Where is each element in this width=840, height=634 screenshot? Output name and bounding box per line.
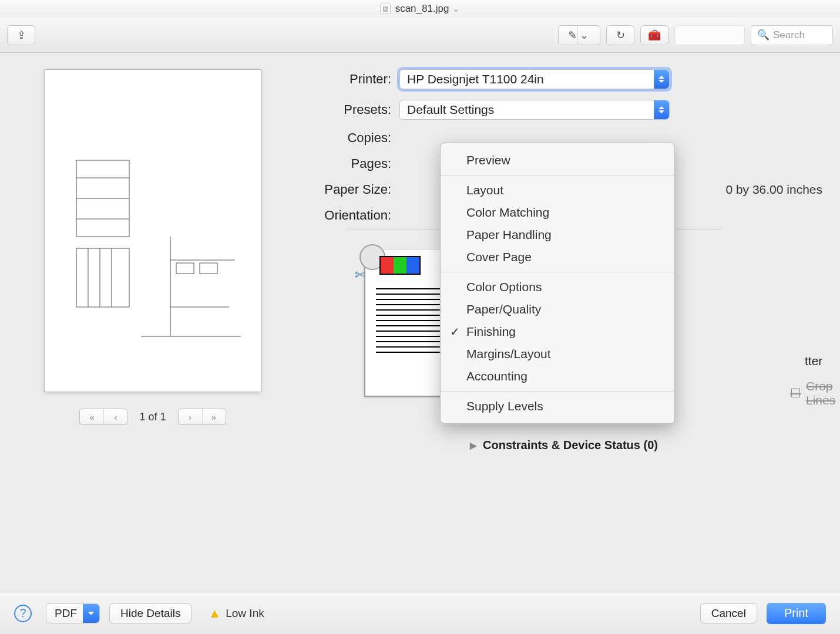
select-stepper-icon [654, 70, 669, 89]
app-toolbar: ⇪ ✎ ⌄ ↻ 🧰 🔍 Search [0, 18, 840, 53]
scissors-icon: ✄ [355, 268, 365, 282]
menu-item-preview[interactable]: Preview [441, 149, 674, 171]
select-stepper-icon [654, 100, 669, 119]
crop-lines-checkbox[interactable]: ☐ Crop Lines [790, 379, 835, 407]
hide-details-button[interactable]: Hide Details [109, 603, 191, 623]
menu-item-layout[interactable]: Layout [441, 179, 674, 201]
rotate-button[interactable]: ↻ [606, 25, 634, 45]
pencil-icon: ✎ [568, 29, 577, 42]
search-field[interactable]: 🔍 Search [751, 25, 833, 45]
cutter-option-fragment: tter [805, 354, 822, 368]
menu-item-cover-page[interactable]: Cover Page [441, 246, 674, 268]
pager-last-button[interactable]: » [202, 409, 226, 424]
triangle-right-icon: ▶ [470, 440, 477, 451]
print-dialog: « ‹ 1 of 1 › » Printer: HP Designjet T11… [0, 53, 840, 634]
window-title: scan_81.jpg [395, 3, 449, 15]
pager-prev-button[interactable]: ‹ [103, 409, 127, 424]
document-icon: 🖼 [380, 4, 391, 14]
menu-item-color-matching[interactable]: Color Matching [441, 201, 674, 224]
checkbox-icon: ☐ [790, 386, 801, 400]
menu-item-paper-quality[interactable]: Paper/Quality [441, 298, 674, 321]
toolbox-button[interactable]: 🧰 [640, 25, 668, 45]
menu-separator [441, 175, 674, 176]
markup-button[interactable]: ✎ ⌄ [558, 25, 600, 45]
warning-icon: ▲ [208, 606, 221, 621]
search-placeholder: Search [773, 29, 805, 41]
share-button[interactable]: ⇪ [7, 25, 35, 45]
window-titlebar: 🖼 scan_81.jpg ⌄ [0, 0, 840, 18]
printer-value: HP Designjet T1100 24in [407, 72, 544, 86]
pager-first-button[interactable]: « [80, 409, 103, 424]
pages-label: Pages: [305, 156, 399, 171]
menu-item-color-options[interactable]: Color Options [441, 276, 674, 298]
menu-item-margins-layout[interactable]: Margins/Layout [441, 343, 674, 365]
menu-item-paper-handling[interactable]: Paper Handling [441, 224, 674, 246]
rotate-icon: ↻ [616, 29, 625, 42]
print-button[interactable]: Print [767, 603, 826, 624]
help-button[interactable]: ? [14, 605, 32, 622]
page-preview [44, 69, 261, 392]
menu-item-finishing[interactable]: Finishing [441, 321, 674, 343]
chevron-down-icon [83, 604, 99, 623]
printer-label: Printer: [305, 72, 399, 87]
orientation-label: Orientation: [305, 208, 399, 223]
pager-index: 1 of 1 [139, 411, 166, 423]
papersize-label: Paper Size: [305, 182, 399, 197]
cancel-button[interactable]: Cancel [700, 603, 757, 623]
share-icon: ⇪ [17, 29, 26, 42]
dialog-footer: ? PDF Hide Details ▲ Low Ink Cancel Prin… [0, 592, 840, 634]
menu-item-accounting[interactable]: Accounting [441, 365, 674, 387]
toolbar-empty-slot [674, 25, 745, 45]
menu-item-supply-levels[interactable]: Supply Levels [441, 395, 674, 417]
svg-rect-0 [53, 84, 253, 377]
title-chevron-icon[interactable]: ⌄ [452, 4, 460, 14]
toolbox-icon: 🧰 [648, 29, 661, 42]
search-icon: 🔍 [757, 29, 770, 41]
presets-select[interactable]: Default Settings [399, 100, 670, 120]
chevron-down-icon[interactable]: ⌄ [577, 26, 591, 45]
printer-select[interactable]: HP Designjet T1100 24in [399, 69, 670, 89]
presets-value: Default Settings [407, 103, 494, 117]
pager-next-button[interactable]: › [179, 409, 202, 424]
preview-sketch [53, 84, 253, 377]
pager: « ‹ 1 of 1 › » [79, 409, 226, 425]
constraints-disclosure[interactable]: ▶ Constraints & Device Status (0) [305, 439, 822, 452]
menu-separator [441, 272, 674, 272]
menu-separator [441, 391, 674, 392]
papersize-info: 0 by 36.00 inches [725, 183, 822, 197]
copies-label: Copies: [305, 130, 399, 146]
pdf-menu-button[interactable]: PDF [46, 603, 100, 623]
presets-label: Presets: [305, 102, 399, 117]
constraints-label: Constraints & Device Status (0) [483, 439, 658, 452]
low-ink-warning: ▲ Low Ink [208, 606, 264, 621]
panel-selector-menu[interactable]: Preview Layout Color Matching Paper Hand… [440, 143, 675, 424]
